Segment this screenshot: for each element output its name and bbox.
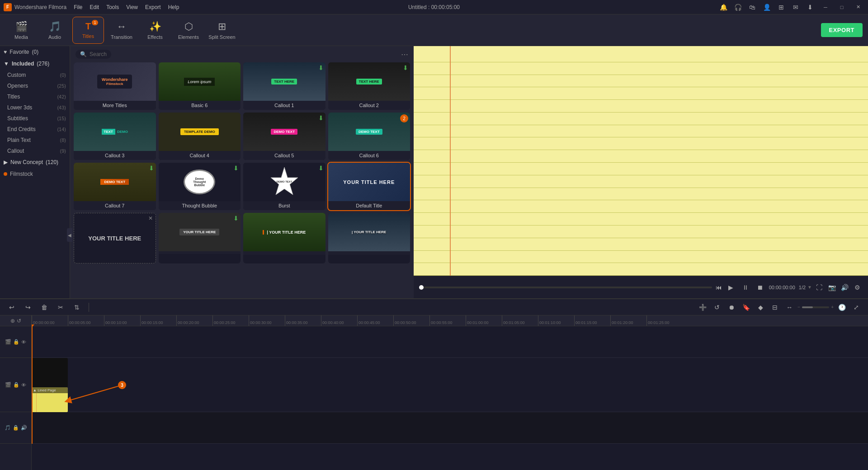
toolbar-audio[interactable]: 🎵 Audio xyxy=(39,17,71,44)
export-button[interactable]: EXPORT xyxy=(821,23,863,37)
toolbar-titles[interactable]: T Titles 1 xyxy=(72,17,104,44)
volume-button[interactable]: 🔊 xyxy=(839,282,850,293)
keyframe-button[interactable]: ◆ xyxy=(754,301,767,314)
card-basic6[interactable]: Lorem ipsum Basic 6 xyxy=(159,62,241,110)
menu-file[interactable]: File xyxy=(74,4,82,10)
track-video-icon[interactable]: 🎬 xyxy=(5,339,11,345)
search-input-wrap[interactable]: 🔍 Search xyxy=(75,50,111,59)
sidebar-openers[interactable]: Openers (25) xyxy=(0,80,70,91)
card-your-title1[interactable]: YOUR TITLE HERE ⬇ xyxy=(159,213,241,263)
timeline-pos-icon[interactable]: ⊕ xyxy=(10,318,15,324)
card-burst[interactable]: DEMO TEXT ⬇ Burst xyxy=(243,163,326,210)
notification-icon[interactable]: 🔔 xyxy=(718,2,729,13)
play-button[interactable]: ▶ xyxy=(726,282,736,293)
sidebar-new-concept[interactable]: ▶ New Concept (120) xyxy=(0,156,70,168)
menu-bar[interactable]: File Edit Tools View Export Help xyxy=(74,4,179,10)
zoom-out-icon[interactable]: − xyxy=(797,305,800,310)
account-icon[interactable]: 👤 xyxy=(761,2,772,13)
audio-detach-button[interactable]: ⇅ xyxy=(71,301,83,314)
zoom-slider[interactable] xyxy=(802,306,829,308)
menu-help[interactable]: Help xyxy=(168,4,179,10)
card-callout6[interactable]: DEMO TEXT 2 Callout 6 xyxy=(328,113,410,160)
track-lock-icon[interactable]: 🔒 xyxy=(13,339,19,345)
headset-icon[interactable]: 🎧 xyxy=(732,2,743,13)
minimize-button[interactable]: ─ xyxy=(819,3,832,12)
maximize-button[interactable]: □ xyxy=(835,3,848,12)
toolbar-media[interactable]: 🎬 Media xyxy=(5,17,37,44)
toolbar-effects[interactable]: ✨ Effects xyxy=(139,17,171,44)
sidebar-filmstock[interactable]: Filmstock xyxy=(0,168,70,180)
marker-button[interactable]: 🔖 xyxy=(740,301,752,314)
pause-button[interactable]: ⏸ xyxy=(740,282,751,293)
track-eye2-icon[interactable]: 👁 xyxy=(21,382,26,388)
delete-button[interactable]: 🗑 xyxy=(38,301,51,314)
timeline-fit-button[interactable]: ↔ xyxy=(783,301,796,314)
sidebar-custom[interactable]: Custom (0) xyxy=(0,70,70,80)
sidebar-favorite[interactable]: ♥ Favorite (0) xyxy=(0,46,70,58)
close-button[interactable]: ✕ xyxy=(852,3,864,12)
track-lock3-icon[interactable]: 🔒 xyxy=(13,425,19,431)
toolbar-splitscreen[interactable]: ⊞ Split Screen xyxy=(206,17,238,44)
playback-slider[interactable] xyxy=(419,287,712,288)
toolbar-elements[interactable]: ⬡ Elements xyxy=(173,17,204,44)
redo-button[interactable]: ↪ xyxy=(22,301,34,314)
mail-icon[interactable]: ✉ xyxy=(790,2,801,13)
sidebar-callout[interactable]: Callout (9) xyxy=(0,146,70,156)
track-volume-icon[interactable]: 🔊 xyxy=(21,425,27,431)
undo-button[interactable]: ↩ xyxy=(5,301,18,314)
sidebar-lower3ds[interactable]: Lower 3ds (43) xyxy=(0,102,70,113)
cut-button[interactable]: ✂ xyxy=(54,301,67,314)
record-button[interactable]: ⏺ xyxy=(725,301,738,314)
download-icon[interactable]: ⬇ xyxy=(805,2,816,13)
track-audio-icon[interactable]: 🎵 xyxy=(5,425,11,431)
timeline-scroll-area[interactable]: 00:00:00:00 00:00:05:00 00:00:10:00 00:0… xyxy=(32,315,868,470)
sidebar-subtitles[interactable]: Subtitles (15) xyxy=(0,113,70,124)
card-your-title2[interactable]: | YOUR TITLE HERE xyxy=(243,213,326,263)
split-button[interactable]: ⊟ xyxy=(769,301,781,314)
track-row-2[interactable]: ▲ Lined Page xyxy=(32,358,868,412)
card-more-titles[interactable]: Wondershare Filmstock More Titles xyxy=(74,62,156,110)
share-icon[interactable]: ⊞ xyxy=(776,2,787,13)
card-callout2[interactable]: TEXT HERE ⬇ Callout 2 xyxy=(328,62,410,110)
get-more-close-icon[interactable]: ✕ xyxy=(148,215,153,221)
menu-view[interactable]: View xyxy=(126,4,138,10)
card-get-more[interactable]: ✕ YOUR TITLE HERE xyxy=(74,213,156,263)
skip-start-icon[interactable]: ⏮ xyxy=(716,284,722,291)
card-your-title3[interactable]: | YOUR TITLE HERE xyxy=(328,213,410,263)
zoom-in-icon[interactable]: + xyxy=(831,305,834,310)
speed-dropdown-icon[interactable]: ▼ xyxy=(807,285,812,290)
sidebar-included-header[interactable]: ▼ Included (276) xyxy=(0,58,70,70)
playback-thumb[interactable] xyxy=(419,285,424,290)
settings-button[interactable]: ⚙ xyxy=(852,282,863,293)
sidebar-end-credits[interactable]: End Credits (14) xyxy=(0,124,70,135)
card-callout7[interactable]: DEMO TEXT ⬇ Callout 7 xyxy=(74,163,156,210)
fullscreen-button[interactable]: ⛶ xyxy=(814,282,825,293)
timeline-clock-button[interactable]: 🕐 xyxy=(835,301,848,314)
card-callout4[interactable]: TEMPLATE DEMO Callout 4 xyxy=(159,113,241,160)
sidebar-collapse-button[interactable]: ◀ xyxy=(67,228,70,242)
ripple-button[interactable]: ↺ xyxy=(711,301,723,314)
card-callout1[interactable]: TEXT HERE ⬇ Callout 1 xyxy=(243,62,326,110)
menu-tools[interactable]: Tools xyxy=(106,4,119,10)
track-lock2-icon[interactable]: 🔒 xyxy=(13,382,19,388)
toolbar-transition[interactable]: ↔ Transition xyxy=(106,17,137,44)
card-default-title[interactable]: YOUR TITLE HERE Default Title xyxy=(328,163,410,210)
add-media-button[interactable]: ➕ xyxy=(696,301,709,314)
menu-export[interactable]: Export xyxy=(145,4,161,10)
track-eye-icon[interactable]: 👁 xyxy=(21,339,26,345)
sidebar-plain-text[interactable]: Plain Text (8) xyxy=(0,135,70,146)
store-icon[interactable]: 🛍 xyxy=(747,2,758,13)
snapshot-button[interactable]: 📷 xyxy=(826,282,837,293)
card-thought-bubble[interactable]: Demo Thought Bubble ⬇ Thought Bubble xyxy=(159,163,241,210)
track-video2-icon[interactable]: 🎬 xyxy=(5,382,11,388)
menu-edit[interactable]: Edit xyxy=(90,4,99,10)
clip-dark[interactable] xyxy=(32,358,68,387)
clip-lined-page[interactable]: ▲ Lined Page xyxy=(32,387,68,412)
sidebar-titles[interactable]: Titles (42) xyxy=(0,91,70,102)
timeline-expand-button[interactable]: ⤢ xyxy=(850,301,863,314)
timeline-snap-icon[interactable]: ↺ xyxy=(17,318,21,324)
card-callout3[interactable]: TEXT DEMO Callout 3 xyxy=(74,113,156,160)
grid-options-icon[interactable]: ⋯ xyxy=(401,50,408,59)
card-callout5[interactable]: DEMO TEXT ⬇ Callout 5 xyxy=(243,113,326,160)
stop-button[interactable]: ⏹ xyxy=(755,282,765,293)
